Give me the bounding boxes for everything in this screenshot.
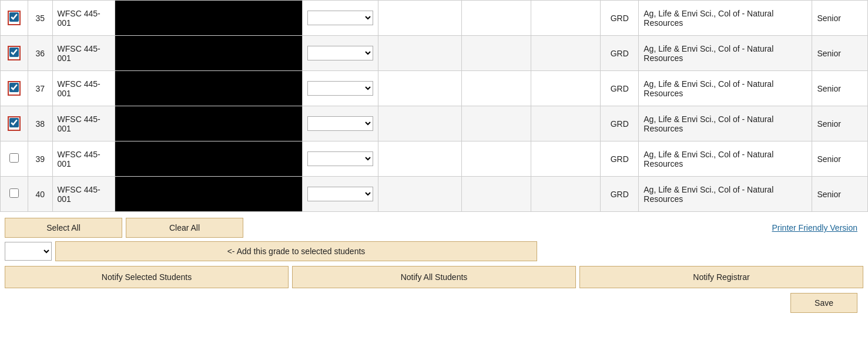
bottom-bar: Select All Clear All Printer Friendly Ve… xyxy=(0,212,868,313)
grd-cell: GRD xyxy=(601,36,639,71)
standing-cell: Senior xyxy=(812,1,868,36)
row-checkbox[interactable] xyxy=(9,188,19,198)
empty-cell-1 xyxy=(378,71,462,106)
row-checkbox[interactable] xyxy=(9,118,19,127)
empty-cell-2 xyxy=(462,106,531,141)
students-table: 35WFSC 445-001ABCDFIWGRDAg, Life & Envi … xyxy=(0,0,868,212)
college-cell: Ag, Life & Envi Sci., Col of - Natural R… xyxy=(639,36,812,71)
college-cell: Ag, Life & Envi Sci., Col of - Natural R… xyxy=(639,177,812,212)
add-grade-button[interactable]: <- Add this grade to selected students xyxy=(55,241,537,261)
row-number: 39 xyxy=(28,141,52,177)
photo-cell xyxy=(115,36,302,71)
grade-dropdown-select[interactable]: ABCDFIW xyxy=(307,116,374,131)
standing-cell: Senior xyxy=(812,36,868,71)
checkbox-cell xyxy=(1,1,28,36)
course-cell: WFSC 445-001 xyxy=(52,177,115,212)
course-cell: WFSC 445-001 xyxy=(52,71,115,106)
empty-cell-2 xyxy=(462,36,531,71)
empty-cell-1 xyxy=(378,177,462,212)
action-row-3: Notify Selected Students Notify All Stud… xyxy=(5,266,863,288)
row-number: 35 xyxy=(28,1,52,36)
standing-cell: Senior xyxy=(812,71,868,106)
standing-cell: Senior xyxy=(812,177,868,212)
college-cell: Ag, Life & Envi Sci., Col of - Natural R… xyxy=(639,71,812,106)
notify-all-button[interactable]: Notify All Students xyxy=(292,266,576,288)
empty-cell-2 xyxy=(462,141,531,177)
checkbox-cell xyxy=(1,36,28,71)
grd-cell: GRD xyxy=(601,141,639,177)
row-number: 38 xyxy=(28,106,52,141)
checkbox-wrapper xyxy=(8,116,21,131)
notify-selected-button[interactable]: Notify Selected Students xyxy=(5,266,289,288)
row-checkbox[interactable] xyxy=(9,12,19,22)
empty-cell-2 xyxy=(462,1,531,36)
checkbox-wrapper xyxy=(5,188,23,200)
grade-dropdown-cell: ABCDFIW xyxy=(302,141,378,177)
checkbox-wrapper xyxy=(8,46,21,60)
checkbox-wrapper xyxy=(5,153,23,164)
grade-dropdown-select[interactable]: ABCDFIW xyxy=(307,46,374,60)
empty-cell-3 xyxy=(531,71,601,106)
action-row-4: Save xyxy=(5,293,863,313)
grd-cell: GRD xyxy=(601,106,639,141)
row-number: 36 xyxy=(28,36,52,71)
grd-cell: GRD xyxy=(601,1,639,36)
checkbox-wrapper xyxy=(8,81,21,96)
empty-cell-1 xyxy=(378,36,462,71)
checkbox-cell xyxy=(1,71,28,106)
grade-dropdown-select[interactable]: ABCDFIW xyxy=(307,81,374,96)
empty-cell-1 xyxy=(378,106,462,141)
photo-cell xyxy=(115,1,302,36)
row-checkbox[interactable] xyxy=(9,83,19,92)
grade-dropdown-cell: ABCDFIW xyxy=(302,177,378,212)
standing-cell: Senior xyxy=(812,106,868,141)
empty-cell-3 xyxy=(531,141,601,177)
row-number: 37 xyxy=(28,71,52,106)
course-cell: WFSC 445-001 xyxy=(52,36,115,71)
college-cell: Ag, Life & Envi Sci., Col of - Natural R… xyxy=(639,141,812,177)
empty-cell-2 xyxy=(462,177,531,212)
empty-cell-3 xyxy=(531,177,601,212)
photo-cell xyxy=(115,141,302,177)
empty-cell-2 xyxy=(462,71,531,106)
standing-cell: Senior xyxy=(812,141,868,177)
checkbox-cell xyxy=(1,177,28,212)
empty-cell-1 xyxy=(378,141,462,177)
checkbox-wrapper xyxy=(8,11,21,25)
grade-dropdown-cell: ABCDFIW xyxy=(302,71,378,106)
grade-dropdown-cell: ABCDFIW xyxy=(302,106,378,141)
grade-dropdown-select[interactable]: ABCDFIW xyxy=(307,151,374,166)
empty-cell-1 xyxy=(378,1,462,36)
grade-dropdown-cell: ABCDFIW xyxy=(302,1,378,36)
course-cell: WFSC 445-001 xyxy=(52,1,115,36)
grade-dropdown-cell: ABCDFIW xyxy=(302,36,378,71)
select-all-button[interactable]: Select All xyxy=(5,218,122,238)
photo-cell xyxy=(115,177,302,212)
notify-registrar-button[interactable]: Notify Registrar xyxy=(579,266,863,288)
college-cell: Ag, Life & Envi Sci., Col of - Natural R… xyxy=(639,106,812,141)
course-cell: WFSC 445-001 xyxy=(52,141,115,177)
empty-cell-3 xyxy=(531,1,601,36)
action-row-1: Select All Clear All Printer Friendly Ve… xyxy=(5,218,863,238)
college-cell: Ag, Life & Envi Sci., Col of - Natural R… xyxy=(639,1,812,36)
empty-cell-3 xyxy=(531,106,601,141)
row-checkbox[interactable] xyxy=(9,48,19,57)
checkbox-cell xyxy=(1,141,28,177)
grade-select-small[interactable]: A B C D F xyxy=(5,242,52,261)
printer-friendly-link[interactable]: Printer Friendly Version xyxy=(772,223,863,232)
grd-cell: GRD xyxy=(601,71,639,106)
row-checkbox[interactable] xyxy=(9,153,19,163)
empty-cell-3 xyxy=(531,36,601,71)
main-container: 35WFSC 445-001ABCDFIWGRDAg, Life & Envi … xyxy=(0,0,868,344)
clear-all-button[interactable]: Clear All xyxy=(126,218,243,238)
checkbox-cell xyxy=(1,106,28,141)
save-button[interactable]: Save xyxy=(790,293,857,313)
action-row-2: A B C D F <- Add this grade to selected … xyxy=(5,241,863,261)
grade-dropdown-select[interactable]: ABCDFIW xyxy=(307,187,374,201)
photo-cell xyxy=(115,106,302,141)
grade-dropdown-select[interactable]: ABCDFIW xyxy=(307,11,374,25)
grd-cell: GRD xyxy=(601,177,639,212)
row-number: 40 xyxy=(28,177,52,212)
course-cell: WFSC 445-001 xyxy=(52,106,115,141)
photo-cell xyxy=(115,71,302,106)
